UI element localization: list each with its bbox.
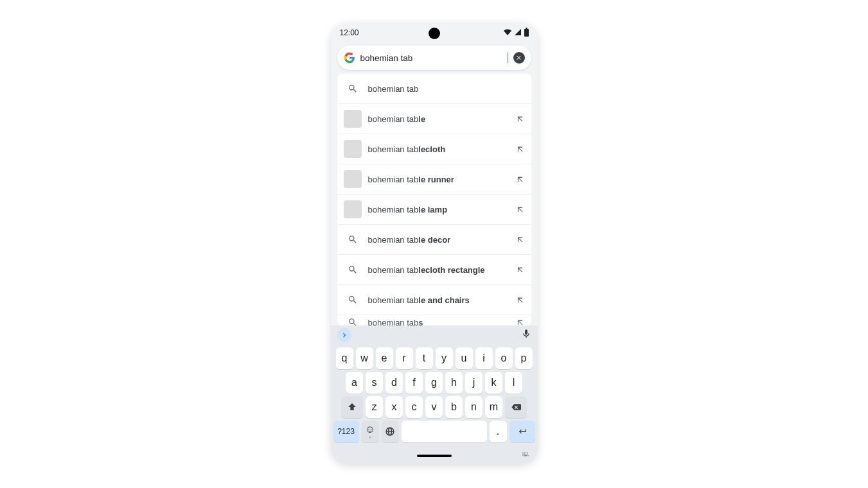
key-l[interactable]: l <box>505 372 522 394</box>
insert-suggestion-button[interactable] <box>516 295 525 304</box>
system-navigation-bar <box>331 448 538 464</box>
suggestion-label: bohemian table decor <box>368 235 509 245</box>
spacebar-key[interactable] <box>402 421 487 442</box>
suggestion-item[interactable]: bohemian table lamp <box>337 195 531 225</box>
key-p[interactable]: p <box>515 347 533 369</box>
key-i[interactable]: i <box>475 347 493 369</box>
search-bar[interactable] <box>337 46 531 70</box>
key-x[interactable]: x <box>385 396 403 418</box>
keyboard-switcher-button[interactable] <box>521 450 530 462</box>
key-k[interactable]: k <box>485 372 502 394</box>
shift-key[interactable] <box>341 396 363 418</box>
suggestion-label: bohemian tab <box>368 84 525 94</box>
key-a[interactable]: a <box>346 372 363 394</box>
globe-icon <box>385 426 395 437</box>
suggestion-item[interactable]: bohemian tabs <box>337 315 531 326</box>
key-u[interactable]: u <box>456 347 473 369</box>
suggestion-item[interactable]: bohemian table decor <box>337 225 531 255</box>
suggestion-label: bohemian tabs <box>368 318 509 326</box>
cellular-icon <box>514 28 522 38</box>
key-y[interactable]: y <box>436 347 453 369</box>
phone-frame: 12:00 bohemian tabbohemian tablebohemian… <box>331 24 538 464</box>
suggestion-item[interactable]: bohemian tablecloth rectangle <box>337 255 531 285</box>
search-icon <box>344 231 362 248</box>
search-icon <box>344 315 362 326</box>
key-d[interactable]: d <box>385 372 403 394</box>
backspace-key[interactable] <box>505 396 527 418</box>
key-f[interactable]: f <box>405 372 423 394</box>
suggestion-item[interactable]: bohemian table runner <box>337 164 531 195</box>
insert-suggestion-button[interactable] <box>516 114 525 123</box>
suggestion-thumbnail <box>344 170 362 188</box>
insert-suggestion-button[interactable] <box>516 265 525 274</box>
suggestion-label: bohemian table <box>368 114 509 124</box>
search-input[interactable] <box>360 53 508 63</box>
key-r[interactable]: r <box>396 347 413 369</box>
voice-input-button[interactable] <box>521 329 531 342</box>
keyboard: qwertyuiop asdfghjkl zxcvbnm ?123 ☺, <box>331 345 538 448</box>
shift-icon <box>347 402 357 412</box>
search-icon <box>344 261 362 279</box>
suggestion-thumbnail <box>344 110 362 128</box>
status-icons <box>504 28 529 38</box>
key-q[interactable]: q <box>336 347 353 369</box>
suggestion-label: bohemian table lamp <box>368 205 509 214</box>
period-key[interactable]: . <box>490 421 507 442</box>
suggestion-thumbnail <box>344 140 362 158</box>
insert-suggestion-button[interactable] <box>516 205 525 214</box>
suggestion-label: bohemian table runner <box>368 175 509 184</box>
search-suggestions-list: bohemian tabbohemian tablebohemian table… <box>337 74 531 326</box>
emoji-key[interactable]: ☺, <box>362 421 379 442</box>
home-gesture-pill[interactable] <box>417 455 452 457</box>
text-cursor <box>508 53 508 63</box>
key-w[interactable]: w <box>356 347 373 369</box>
keyboard-grid-icon <box>521 450 530 459</box>
status-time: 12:00 <box>340 28 359 37</box>
insert-suggestion-button[interactable] <box>516 144 525 153</box>
numeric-keyboard-key[interactable]: ?123 <box>333 421 359 442</box>
battery-icon <box>524 29 529 37</box>
key-j[interactable]: j <box>465 372 483 394</box>
suggestion-item[interactable]: bohemian table and chairs <box>337 285 531 315</box>
language-key[interactable] <box>382 421 399 442</box>
keyboard-expand-button[interactable] <box>337 328 351 342</box>
key-m[interactable]: m <box>485 396 502 418</box>
suggestion-item[interactable]: bohemian table <box>337 104 531 134</box>
chevron-right-icon <box>340 331 349 340</box>
suggestion-label: bohemian table and chairs <box>368 295 509 305</box>
key-b[interactable]: b <box>445 396 463 418</box>
suggestion-thumbnail <box>344 200 362 218</box>
enter-key[interactable] <box>509 421 535 442</box>
backspace-icon <box>511 402 521 412</box>
suggestion-label: bohemian tablecloth <box>368 144 509 154</box>
search-icon <box>344 291 362 309</box>
insert-suggestion-button[interactable] <box>516 235 525 244</box>
key-n[interactable]: n <box>465 396 483 418</box>
insert-suggestion-button[interactable] <box>516 175 525 184</box>
key-e[interactable]: e <box>376 347 393 369</box>
insert-suggestion-button[interactable] <box>516 318 525 326</box>
key-v[interactable]: v <box>425 396 443 418</box>
suggestion-label: bohemian tablecloth rectangle <box>368 265 509 275</box>
key-z[interactable]: z <box>366 396 383 418</box>
suggestion-item[interactable]: bohemian tab <box>337 74 531 104</box>
emoji-icon: ☺, <box>365 424 375 439</box>
key-o[interactable]: o <box>495 347 513 369</box>
key-g[interactable]: g <box>425 372 443 394</box>
google-logo-icon <box>344 52 355 64</box>
camera-notch <box>429 28 440 39</box>
clear-search-button[interactable] <box>513 52 525 64</box>
wifi-icon <box>504 28 511 38</box>
keyboard-toolbar <box>331 326 538 345</box>
search-icon <box>344 80 362 98</box>
key-h[interactable]: h <box>445 372 463 394</box>
key-s[interactable]: s <box>366 372 383 394</box>
microphone-icon <box>521 329 531 339</box>
status-bar: 12:00 <box>331 24 538 42</box>
key-t[interactable]: t <box>416 347 433 369</box>
close-icon <box>516 55 522 61</box>
key-c[interactable]: c <box>405 396 423 418</box>
suggestion-item[interactable]: bohemian tablecloth <box>337 134 531 164</box>
enter-icon <box>517 426 527 437</box>
